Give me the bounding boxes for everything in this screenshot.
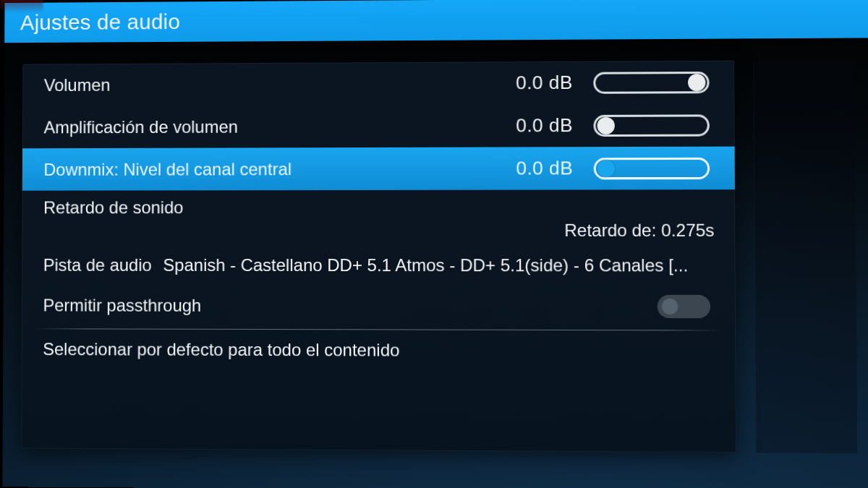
toggle-knob-icon (662, 299, 678, 314)
slider-downmix-center[interactable] (594, 157, 710, 179)
settings-panel: Volumen 0.0 dB Amplificación de volumen … (21, 61, 736, 453)
row-volume[interactable]: Volumen 0.0 dB (22, 61, 734, 106)
label-audio-delay: Retardo de sonido (43, 197, 183, 218)
label-downmix-center: Downmix: Nivel del canal central (43, 159, 292, 180)
toggle-passthrough[interactable] (658, 295, 711, 319)
slider-volume[interactable] (593, 71, 709, 93)
value-downmix-center: 0.0 dB (516, 157, 573, 179)
slider-thumb-icon (597, 116, 614, 134)
label-volume: Volumen (44, 74, 111, 95)
value-audio-track: Spanish - Castellano DD+ 5.1 Atmos - DD+… (163, 255, 712, 276)
label-volume-amplification: Amplificación de volumen (44, 116, 238, 137)
value-volume: 0.0 dB (516, 72, 573, 94)
row-downmix-center[interactable]: Downmix: Nivel del canal central 0.0 dB (22, 147, 735, 191)
label-set-default: Seleccionar por defecto para todo el con… (43, 339, 399, 360)
row-volume-amplification[interactable]: Amplificación de volumen 0.0 dB (22, 103, 734, 148)
row-audio-delay[interactable]: Retardo de sonido (22, 189, 736, 225)
value-volume-amplification: 0.0 dB (516, 114, 573, 137)
page-title: Ajustes de audio (20, 9, 180, 35)
label-audio-track: Pista de audio (43, 255, 152, 275)
label-passthrough: Permitir passthrough (43, 296, 201, 316)
row-passthrough[interactable]: Permitir passthrough (22, 284, 736, 329)
slider-thumb-icon (688, 73, 706, 90)
side-column (753, 60, 857, 453)
bg-red-accent (1, 0, 43, 13)
window-header: Ajustes de audio (4, 0, 868, 43)
row-audio-track[interactable]: Pista de audio Spanish - Castellano DD+ … (22, 248, 735, 285)
slider-volume-amplification[interactable] (593, 114, 709, 137)
slider-thumb-icon (597, 160, 615, 177)
row-set-default[interactable]: Seleccionar por defecto para todo el con… (22, 329, 736, 372)
